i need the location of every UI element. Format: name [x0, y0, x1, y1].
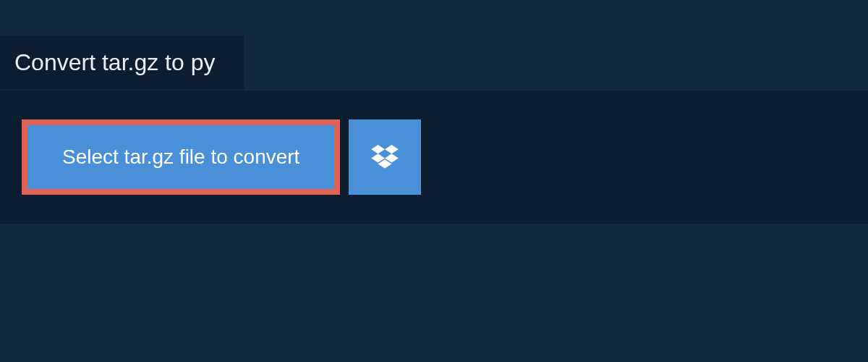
dropbox-icon — [371, 145, 399, 169]
tab-title: Convert tar.gz to py — [14, 49, 215, 75]
file-select-row: Select tar.gz file to convert — [22, 119, 846, 195]
tab-convert[interactable]: Convert tar.gz to py — [0, 36, 244, 89]
tab-bar: Convert tar.gz to py — [0, 36, 244, 89]
select-file-button[interactable]: Select tar.gz file to convert — [22, 119, 340, 195]
select-file-label: Select tar.gz file to convert — [62, 146, 299, 169]
dropbox-button[interactable] — [349, 119, 421, 195]
converter-panel: Select tar.gz file to convert — [0, 90, 868, 224]
